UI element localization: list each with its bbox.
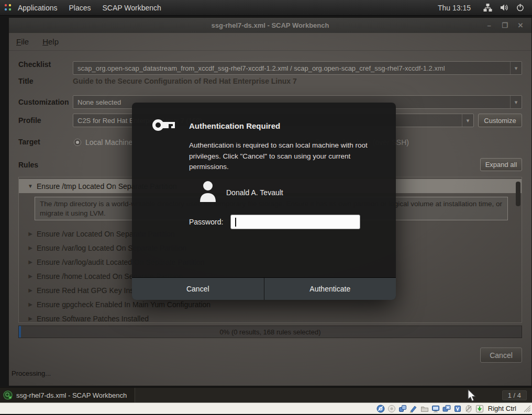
volume-icon[interactable] [500, 3, 508, 12]
local-machine-radio[interactable] [74, 139, 81, 146]
applications-menu[interactable]: Applications [12, 0, 63, 16]
rule-title: Ensure gpgcheck Enabled In Main Yum Conf… [37, 300, 210, 309]
chevron-down-icon: ▾ [462, 114, 473, 127]
expand-arrow-icon[interactable]: ▶ [25, 245, 36, 251]
gnome-top-panel: Applications Places SCAP Workbench Thu 1… [0, 0, 532, 16]
taskbar-item-scap-workbench[interactable]: ssg-rhel7-ds.xml - SCAP Workbench [0, 388, 135, 403]
virtualbox-status-bar: Right Ctrl [0, 402, 532, 414]
window-title: ssg-rhel7-ds.xml - SCAP Workbench [212, 21, 329, 29]
display-icon[interactable] [431, 405, 440, 413]
screen: Applications Places SCAP Workbench Thu 1… [0, 0, 532, 415]
user-avatar-icon [198, 180, 218, 202]
resize-grip[interactable] [524, 405, 531, 412]
local-machine-option[interactable]: Local Machine [85, 138, 132, 147]
window-titlebar[interactable]: ssg-rhel7-ds.xml - SCAP Workbench – ❐ ✕ [9, 18, 531, 33]
password-input[interactable] [231, 215, 360, 229]
rule-row[interactable]: ▶Ensure Software Patches Installed [19, 311, 522, 323]
target-label: Target [18, 138, 40, 146]
menubar: File Help [9, 33, 531, 51]
scrollbar-thumb[interactable] [516, 182, 520, 206]
scan-cancel-button[interactable]: Cancel [480, 347, 522, 363]
optical-disk-icon[interactable] [387, 405, 396, 413]
authentication-dialog: Authentication Required Authentication i… [132, 103, 396, 300]
file-menu[interactable]: File [16, 37, 29, 46]
virtualization-features-icon[interactable] [453, 405, 462, 413]
places-menu[interactable]: Places [63, 0, 97, 16]
expand-arrow-icon[interactable]: ▶ [25, 316, 36, 321]
dialog-title: Authentication Required [189, 121, 280, 130]
rules-label: Rules [18, 161, 38, 169]
keyboard-capture-icon[interactable] [475, 405, 484, 413]
scap-workbench-icon [3, 390, 13, 400]
close-icon[interactable]: ✕ [513, 21, 528, 29]
checklist-select[interactable]: scap_org.open-scap_datastream_from_xccdf… [73, 61, 522, 75]
usb-device-icon[interactable] [409, 405, 418, 413]
customize-button[interactable]: Customize [478, 114, 522, 127]
checklist-label: Checklist [18, 60, 51, 69]
taskbar-item-label: ssg-rhel7-ds.xml - SCAP Workbench [16, 391, 127, 399]
mouse-cursor [468, 389, 478, 402]
dialog-message: Authentication is required to scan local… [189, 140, 384, 173]
expand-arrow-icon[interactable]: ▶ [25, 273, 36, 279]
chevron-down-icon: ▾ [510, 96, 522, 108]
applications-icon [4, 4, 12, 12]
benchmark-title: Guide to the Secure Configuration of Red… [73, 77, 297, 85]
password-label: Password: [189, 218, 223, 226]
customization-value: None selected [77, 98, 121, 106]
active-app-menu[interactable]: SCAP Workbench [97, 0, 167, 16]
maximize-icon[interactable]: ❐ [497, 21, 513, 29]
checklist-value: scap_org.open-scap_datastream_from_xccdf… [77, 64, 445, 72]
help-menu[interactable]: Help [42, 37, 59, 46]
expand-arrow-icon[interactable]: ▶ [25, 231, 36, 237]
clock[interactable]: Thu 13:15 [438, 4, 471, 12]
power-icon[interactable] [516, 3, 525, 12]
text-caret [235, 218, 236, 227]
dialog-user-name: Donald A. Tevault [226, 188, 283, 197]
network-adapter-icon[interactable] [398, 405, 407, 413]
scan-progress-bar: 0% (0 results, 168 rules selected) [18, 326, 522, 338]
recording-icon[interactable] [442, 405, 451, 413]
password-field-frame [230, 215, 360, 229]
rule-title: Ensure Software Patches Installed [37, 315, 149, 323]
mouse-integration-icon[interactable] [464, 405, 473, 413]
host-key-label: Right Ctrl [488, 405, 516, 412]
shared-folder-icon[interactable] [420, 405, 429, 413]
chevron-down-icon: ▾ [510, 62, 522, 74]
collapse-arrow-icon[interactable]: ▼ [25, 183, 36, 189]
profile-label: Profile [18, 116, 41, 125]
network-icon[interactable] [483, 3, 492, 12]
expand-all-button[interactable]: Expand all [480, 158, 522, 171]
key-icon [151, 116, 177, 137]
authenticate-button[interactable]: Authenticate [264, 278, 396, 300]
minimize-icon[interactable]: – [481, 21, 497, 29]
window-list-taskbar: ssg-rhel7-ds.xml - SCAP Workbench 1 / 4 [0, 387, 532, 402]
title-label: Title [18, 77, 34, 85]
progress-fill [19, 326, 21, 338]
dialog-button-row: Cancel Authenticate [132, 277, 396, 300]
rules-scrollbar[interactable] [516, 180, 520, 320]
expand-arrow-icon[interactable]: ▶ [25, 301, 36, 307]
hard-disk-icon[interactable] [376, 405, 385, 413]
expand-arrow-icon[interactable]: ▶ [25, 259, 36, 265]
dialog-cancel-button[interactable]: Cancel [132, 278, 264, 300]
expand-arrow-icon[interactable]: ▶ [25, 287, 36, 293]
status-text: Processing... [12, 369, 51, 377]
customization-label: Customization [18, 98, 69, 106]
workspace-pager[interactable]: 1 / 4 [502, 390, 527, 400]
progress-text: 0% (0 results, 168 rules selected) [220, 328, 321, 336]
